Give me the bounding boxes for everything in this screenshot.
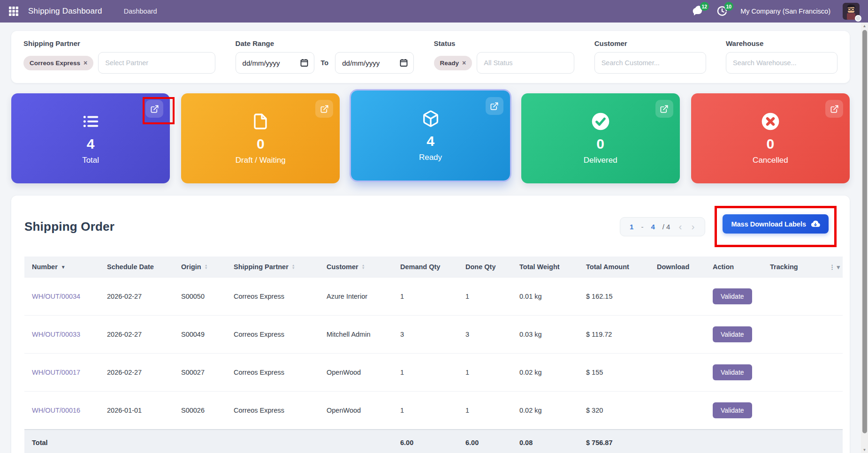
remove-tag-icon[interactable]: × (462, 60, 466, 66)
prev-page-icon[interactable]: ‹ (678, 223, 683, 230)
check-circle-icon (591, 112, 610, 131)
menu-dashboard[interactable]: Dashboard (122, 5, 159, 18)
cell-tracking (762, 278, 822, 316)
page-separator: - (641, 223, 643, 231)
cell-origin: S00027 (174, 354, 226, 392)
external-link-icon[interactable] (655, 100, 673, 118)
status-input[interactable] (477, 52, 574, 74)
stat-label: Cancelled (753, 156, 788, 165)
validate-button[interactable]: Validate (713, 402, 752, 418)
filter-shipping-partner: Shipping Partner Correos Express × (23, 39, 215, 74)
pagination: 1 - 4 / 4 ‹ › (620, 217, 705, 236)
sort-icon: ▲▼ (292, 264, 295, 270)
table-header-row: Number ▼ Schedule Date Origin ▲▼ Shippin… (24, 257, 843, 278)
customer-label: Customer (594, 39, 706, 47)
cell-origin: S00050 (174, 278, 226, 316)
warehouse-label: Warehouse (726, 39, 838, 47)
stat-card-cancelled[interactable]: 0 Cancelled (691, 93, 850, 183)
activities-badge: 10 (724, 2, 734, 11)
mass-download-labels-button[interactable]: Mass Download Labels (723, 214, 829, 234)
external-link-icon[interactable] (486, 97, 503, 115)
company-switcher[interactable]: My Company (San Francisco) (740, 8, 830, 15)
date-to-input[interactable]: dd/mm/yyyy (335, 52, 414, 74)
table-total-row: Total 6.00 6.00 0.08 $ 756.87 (24, 430, 843, 453)
validate-button[interactable]: Validate (713, 364, 752, 380)
filter-status: Status Ready × (434, 39, 575, 74)
order-number-link[interactable]: WH/OUT/00017 (32, 369, 80, 376)
external-link-icon[interactable] (825, 100, 843, 118)
validate-button[interactable]: Validate (713, 288, 752, 304)
date-range-label: Date Range (236, 39, 414, 47)
validate-button[interactable]: Validate (713, 326, 752, 342)
header-total-amount: Total Amount (579, 257, 649, 278)
header-schedule-date[interactable]: Schedule Date (99, 257, 174, 278)
external-link-icon[interactable] (315, 100, 333, 118)
stat-card-delivered[interactable]: 0 Delivered (521, 93, 680, 183)
cell-schedule-date: 2026-02-27 (99, 316, 174, 354)
user-avatar[interactable] (843, 3, 860, 20)
stat-card-draft-waiting[interactable]: 0 Draft / Waiting (181, 93, 340, 183)
messages-badge: 12 (700, 2, 709, 11)
filter-warehouse: Warehouse (726, 39, 838, 74)
header-tracking: Tracking (762, 257, 822, 278)
calendar-icon[interactable] (400, 59, 408, 67)
stat-value: 0 (596, 137, 604, 151)
user-status-dot (855, 15, 861, 22)
header-origin[interactable]: Origin ▲▼ (174, 257, 226, 278)
shipping-partner-input[interactable] (98, 52, 215, 74)
stat-card-total[interactable]: 4 Total (11, 93, 170, 183)
cell-origin: S00026 (174, 392, 226, 430)
date-to-label: To (319, 59, 331, 67)
stat-card-ready-selected[interactable]: 4 Ready (351, 91, 510, 181)
scrollbar-thumb[interactable] (862, 30, 867, 433)
header-shipping-partner[interactable]: Shipping Partner ▲▼ (226, 257, 319, 278)
cell-tracking (762, 392, 822, 430)
order-number-link[interactable]: WH/OUT/00034 (32, 293, 80, 300)
optional-columns-icon[interactable]: ⋮ ▾ (822, 257, 843, 278)
total-done-qty: 6.00 (458, 430, 512, 453)
customer-search-input[interactable] (594, 52, 706, 74)
status-tag[interactable]: Ready × (434, 56, 472, 70)
header-download: Download (649, 257, 705, 278)
scrollbar-down-arrow[interactable]: ▼ (861, 446, 868, 453)
order-number-link[interactable]: WH/OUT/00016 (32, 407, 80, 414)
cell-schedule-date: 2026-02-27 (99, 278, 174, 316)
activity-clock-icon[interactable]: 10 (716, 5, 728, 17)
cell-origin: S00049 (174, 316, 226, 354)
date-from-input[interactable]: dd/mm/yyyy (236, 52, 314, 74)
cell-total-weight: 0.02 kg (512, 392, 579, 430)
stat-cards-row: 4 Total 0 Draft / Waiting (11, 93, 850, 183)
filter-bar: Shipping Partner Correos Express × Date … (11, 31, 850, 83)
date-to-value: dd/mm/yyyy (342, 59, 380, 67)
order-number-link[interactable]: WH/OUT/00033 (32, 331, 80, 338)
apps-grid-icon[interactable] (7, 4, 21, 18)
header-total-weight: Total Weight (512, 257, 579, 278)
page-scrollbar[interactable]: ▲ ▼ (861, 23, 868, 453)
cell-shipping-partner: Correos Express (226, 392, 319, 430)
stat-label: Draft / Waiting (236, 156, 286, 165)
header-demand-qty: Demand Qty (393, 257, 458, 278)
x-circle-icon (761, 112, 780, 131)
orders-table: Number ▼ Schedule Date Origin ▲▼ Shippin… (24, 257, 843, 453)
next-page-icon[interactable]: › (690, 223, 695, 230)
messages-icon[interactable]: 12 (692, 5, 704, 17)
remove-tag-icon[interactable]: × (84, 60, 87, 66)
app-title[interactable]: Shipping Dashboard (28, 7, 102, 16)
table-row: WH/OUT/00034 2026-02-27 S00050 Correos E… (24, 278, 843, 316)
cell-schedule-date: 2026-01-01 (99, 392, 174, 430)
list-icon (82, 112, 99, 131)
scrollbar-up-arrow[interactable]: ▲ (861, 23, 868, 29)
cell-done-qty: 1 (458, 392, 512, 430)
filter-customer: Customer (594, 39, 706, 74)
cell-total-amount: $ 155 (579, 354, 649, 392)
header-customer[interactable]: Customer ▲▼ (319, 257, 393, 278)
shipping-partner-tag[interactable]: Correos Express × (23, 56, 93, 70)
cell-demand-qty: 1 (393, 278, 458, 316)
calendar-icon[interactable] (300, 59, 308, 67)
stat-value: 0 (257, 137, 265, 151)
warehouse-search-input[interactable] (726, 52, 838, 74)
cell-done-qty: 1 (458, 278, 512, 316)
header-number[interactable]: Number ▼ (24, 257, 99, 278)
external-link-icon[interactable] (145, 100, 163, 118)
cube-icon (422, 109, 440, 128)
